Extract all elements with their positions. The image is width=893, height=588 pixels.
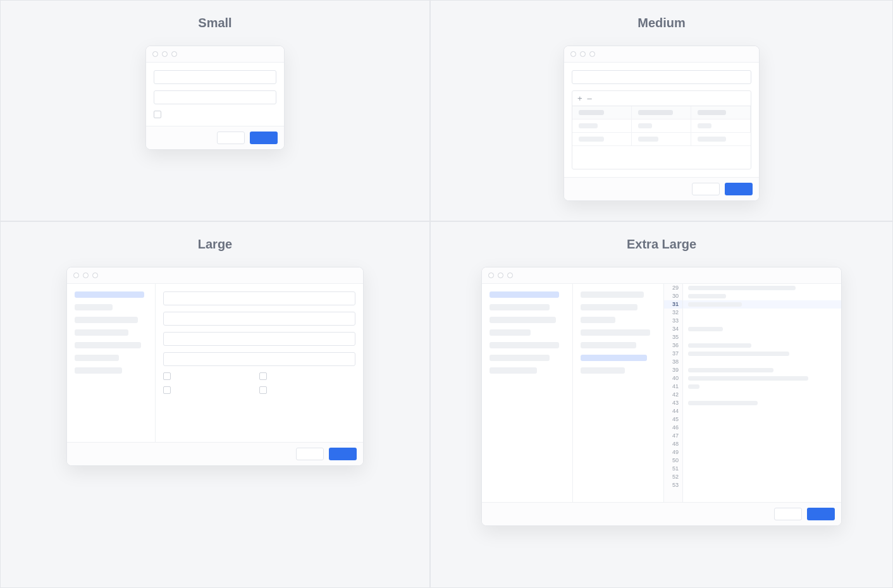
xl-editor: 2930313233343536373839404142434445464748… [664,284,841,502]
line-gutter: 2930313233343536373839404142434445464748… [664,284,683,502]
titlebar [482,267,841,284]
window-large [66,267,364,466]
code-line [683,456,841,465]
traffic-minimize-icon[interactable] [580,51,586,57]
line-number: 43 [664,399,682,407]
code-line [683,399,841,407]
traffic-minimize-icon[interactable] [83,273,89,278]
column-header[interactable] [698,110,726,115]
table-cell [638,137,658,142]
panel-item[interactable] [490,342,559,348]
panel-item[interactable] [490,367,537,374]
cancel-button[interactable] [296,448,324,460]
panel-item[interactable] [581,291,644,298]
cancel-button[interactable] [774,508,802,520]
panel-item[interactable] [581,355,647,361]
table-cell [638,123,652,128]
traffic-zoom-icon[interactable] [92,273,98,278]
traffic-zoom-icon[interactable] [171,51,177,57]
traffic-close-icon[interactable] [570,51,576,57]
line-number: 44 [664,407,682,415]
search-field[interactable] [572,70,751,84]
traffic-close-icon[interactable] [152,51,158,57]
line-number: 39 [664,366,682,374]
panel-item[interactable] [581,342,636,348]
table-toolbar: + – [572,91,751,106]
text-field[interactable] [154,70,276,84]
code-line [683,407,841,415]
panel-item[interactable] [581,304,637,310]
traffic-zoom-icon[interactable] [507,273,513,278]
text-field[interactable] [163,352,355,366]
code-line [683,391,841,399]
code-line [683,341,841,350]
titlebar [564,46,759,63]
code-line [683,432,841,440]
traffic-zoom-icon[interactable] [589,51,595,57]
window-small [145,46,285,150]
text-field[interactable] [163,291,355,305]
panel-item[interactable] [581,329,650,336]
sidebar-item[interactable] [75,342,141,348]
panel-item[interactable] [490,304,550,310]
footer [67,442,363,465]
text-field[interactable] [154,90,276,104]
code-line [683,473,841,481]
xl-panel-b [573,284,664,502]
panel-item[interactable] [490,355,550,361]
remove-icon[interactable]: – [588,94,592,103]
checkbox[interactable] [259,372,267,380]
line-number: 34 [664,325,682,333]
table-cell [698,123,711,128]
cancel-button[interactable] [692,183,720,195]
traffic-close-icon[interactable] [488,273,494,278]
add-icon[interactable]: + [577,94,582,103]
line-number: 48 [664,440,682,448]
primary-button[interactable] [329,448,357,460]
line-number: 32 [664,309,682,317]
line-number: 42 [664,391,682,399]
checkbox[interactable] [154,111,161,118]
code-area[interactable] [683,284,841,502]
line-number: 37 [664,350,682,358]
xl-panel-a [482,284,573,502]
checkbox[interactable] [163,386,171,394]
checkbox[interactable] [163,372,171,380]
sidebar-item[interactable] [75,329,128,336]
quadrant-title-small: Small [198,16,231,30]
line-number: 40 [664,374,682,383]
sidebar-item[interactable] [75,291,144,298]
traffic-minimize-icon[interactable] [498,273,503,278]
traffic-minimize-icon[interactable] [162,51,168,57]
column-header[interactable] [638,110,673,115]
sidebar [67,284,156,442]
main-pane [156,284,363,442]
primary-button[interactable] [250,132,278,144]
table-cell [579,123,598,128]
cancel-button[interactable] [217,132,245,144]
sidebar-item[interactable] [75,304,113,310]
checkbox[interactable] [259,386,267,394]
sidebar-item[interactable] [75,355,119,361]
code-line [683,374,841,383]
panel-item[interactable] [581,317,615,323]
quadrant-title-large: Large [198,237,232,252]
panel-item[interactable] [490,291,559,298]
panel-item[interactable] [581,367,625,374]
line-number: 45 [664,415,682,424]
sidebar-item[interactable] [75,367,122,374]
text-field[interactable] [163,332,355,346]
quadrant-title-medium: Medium [637,16,686,30]
panel-item[interactable] [490,317,556,323]
table-cell [579,137,604,142]
column-header[interactable] [579,110,604,115]
line-number: 51 [664,465,682,473]
text-field[interactable] [163,312,355,326]
code-line [683,358,841,366]
quadrant-small: Small [0,0,430,221]
sidebar-item[interactable] [75,317,138,323]
primary-button[interactable] [807,508,835,520]
traffic-close-icon[interactable] [73,273,79,278]
panel-item[interactable] [490,329,531,336]
primary-button[interactable] [725,183,753,195]
